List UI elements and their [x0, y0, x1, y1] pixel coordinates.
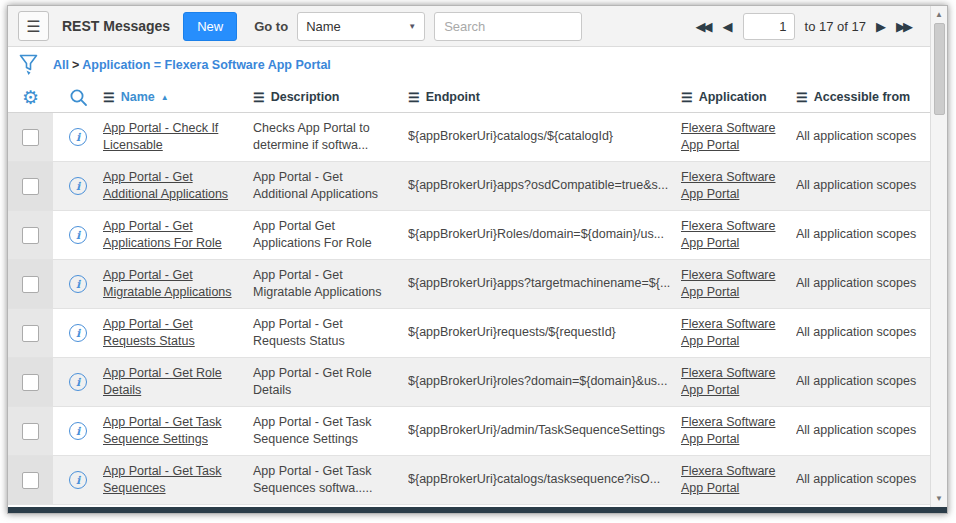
goto-selected-value: Name — [306, 19, 341, 34]
row-checkbox[interactable] — [22, 325, 39, 342]
row-name-cell: App Portal - Get Task Sequences — [103, 463, 253, 498]
row-range-text: to 17 of 17 — [805, 19, 866, 34]
row-info-cell: i — [53, 422, 103, 440]
row-scope: All application scopes — [796, 373, 929, 391]
row-name-link[interactable]: App Portal - Get Task Sequence Settings — [103, 415, 222, 447]
info-icon[interactable]: i — [69, 373, 87, 391]
scrollbar-thumb[interactable] — [934, 23, 945, 115]
row-checkbox[interactable] — [22, 374, 39, 391]
column-menu-icon[interactable]: ☰ — [253, 91, 265, 104]
row-name-link[interactable]: App Portal - Get Migratable Applications — [103, 268, 232, 300]
row-endpoint: ${appBrokerUri}Roles/domain=${domain}/us… — [408, 226, 681, 244]
row-scope: All application scopes — [796, 324, 929, 342]
column-header-application[interactable]: ☰ Application — [681, 90, 796, 104]
list-menu-button[interactable]: ☰ — [18, 11, 49, 41]
table-row[interactable]: i App Portal - Get Task Sequences App Po… — [8, 456, 947, 505]
row-checkbox-cell — [8, 113, 53, 161]
search-input[interactable] — [434, 12, 582, 41]
scroll-up-icon[interactable]: ▲ — [935, 6, 943, 23]
table-row[interactable]: i App Portal - Get Task Sequence Setting… — [8, 407, 947, 456]
info-icon[interactable]: i — [69, 471, 87, 489]
row-application-cell: Flexera Software App Portal — [681, 169, 796, 204]
row-endpoint: ${appBrokerUri}/admin/TaskSequenceSettin… — [408, 422, 681, 440]
row-name-link[interactable]: App Portal - Get Requests Status — [103, 317, 195, 349]
filter-funnel-icon[interactable] — [19, 54, 38, 76]
row-name-cell: App Portal - Get Additional Applications — [103, 169, 253, 204]
row-endpoint: ${appBrokerUri}requests/${requestId} — [408, 324, 681, 342]
row-name-link[interactable]: App Portal - Get Task Sequences — [103, 464, 222, 496]
row-application-link[interactable]: Flexera Software App Portal — [681, 366, 775, 398]
pagination: ◀◀ ◀ to 17 of 17 ▶ ▶▶ — [696, 13, 913, 40]
gear-icon: ⚙ — [22, 88, 39, 107]
row-checkbox[interactable] — [22, 276, 39, 293]
column-menu-icon[interactable]: ☰ — [103, 91, 115, 104]
table-row[interactable]: i App Portal - Get Additional Applicatio… — [8, 162, 947, 211]
list-rows: i App Portal - Check If Licensable Check… — [8, 113, 947, 507]
goto-label: Go to — [254, 19, 288, 34]
info-icon[interactable]: i — [69, 128, 87, 146]
row-application-link[interactable]: Flexera Software App Portal — [681, 317, 775, 349]
row-application-cell: Flexera Software App Portal — [681, 218, 796, 253]
row-application-cell: Flexera Software App Portal — [681, 414, 796, 449]
info-icon[interactable]: i — [69, 422, 87, 440]
column-header-accessible-from[interactable]: ☰ Accessible from — [796, 90, 929, 104]
row-application-cell: Flexera Software App Portal — [681, 316, 796, 351]
last-page-button[interactable]: ▶▶ — [896, 19, 913, 34]
page-number-input[interactable] — [743, 13, 795, 40]
column-menu-icon[interactable]: ☰ — [408, 91, 420, 104]
scroll-down-icon[interactable]: ▼ — [935, 490, 943, 507]
row-description: App Portal - Get Role Details — [253, 365, 408, 400]
info-icon[interactable]: i — [69, 275, 87, 293]
row-scope: All application scopes — [796, 177, 929, 195]
row-application-cell: Flexera Software App Portal — [681, 267, 796, 302]
row-checkbox[interactable] — [22, 227, 39, 244]
new-button[interactable]: New — [183, 12, 237, 41]
column-header-endpoint[interactable]: ☰ Endpoint — [408, 90, 681, 104]
column-menu-icon[interactable]: ☰ — [796, 91, 808, 104]
table-row[interactable]: i App Portal - Get Requests Status App P… — [8, 309, 947, 358]
first-page-button[interactable]: ◀◀ — [696, 19, 713, 34]
table-row[interactable]: i App Portal - Get Migratable Applicatio… — [8, 260, 947, 309]
row-info-cell: i — [53, 471, 103, 489]
row-name-cell: App Portal - Get Requests Status — [103, 316, 253, 351]
list-search-button[interactable] — [53, 88, 103, 107]
row-application-link[interactable]: Flexera Software App Portal — [681, 415, 775, 447]
table-row[interactable]: i App Portal - Check If Licensable Check… — [8, 113, 947, 162]
column-menu-icon[interactable]: ☰ — [681, 91, 693, 104]
goto-field-select[interactable]: Name ▼ — [297, 12, 425, 41]
breadcrumb-condition-link[interactable]: Application = Flexera Software App Porta… — [82, 58, 331, 72]
row-checkbox[interactable] — [22, 178, 39, 195]
info-icon[interactable]: i — [69, 177, 87, 195]
row-info-cell: i — [53, 177, 103, 195]
next-page-button[interactable]: ▶ — [876, 19, 886, 34]
column-header-description[interactable]: ☰ Description — [253, 90, 408, 104]
row-checkbox[interactable] — [22, 129, 39, 146]
row-application-link[interactable]: Flexera Software App Portal — [681, 170, 775, 202]
breadcrumb-all-link[interactable]: All — [53, 58, 69, 72]
table-row[interactable]: i App Portal - Get Applications For Role… — [8, 211, 947, 260]
breadcrumb: All>Application = Flexera Software App P… — [53, 58, 331, 72]
column-header-name[interactable]: ☰ Name ▲ — [103, 90, 253, 104]
row-checkbox[interactable] — [22, 472, 39, 489]
row-scope: All application scopes — [796, 275, 929, 293]
row-application-link[interactable]: Flexera Software App Portal — [681, 268, 775, 300]
info-icon[interactable]: i — [69, 324, 87, 342]
table-row[interactable]: i App Portal - Get Role Details App Port… — [8, 358, 947, 407]
row-application-link[interactable]: Flexera Software App Portal — [681, 464, 775, 496]
row-checkbox-cell — [8, 309, 53, 357]
row-application-link[interactable]: Flexera Software App Portal — [681, 121, 775, 153]
row-name-link[interactable]: App Portal - Get Applications For Role — [103, 219, 222, 251]
info-icon[interactable]: i — [69, 226, 87, 244]
row-name-cell: App Portal - Get Role Details — [103, 365, 253, 400]
row-endpoint: ${appBrokerUri}apps?osdCompatible=true&s… — [408, 177, 681, 195]
row-name-link[interactable]: App Portal - Get Additional Applications — [103, 170, 228, 202]
row-application-link[interactable]: Flexera Software App Portal — [681, 219, 775, 251]
previous-page-button[interactable]: ◀ — [723, 19, 733, 34]
personalize-list-button[interactable]: ⚙ — [8, 88, 53, 107]
row-name-link[interactable]: App Portal - Get Role Details — [103, 366, 222, 398]
row-name-link[interactable]: App Portal - Check If Licensable — [103, 121, 218, 153]
row-info-cell: i — [53, 226, 103, 244]
row-endpoint: ${appBrokerUri}apps?targetmachinename=${… — [408, 275, 681, 293]
row-checkbox[interactable] — [22, 423, 39, 440]
vertical-scrollbar[interactable]: ▲ ▼ — [930, 6, 947, 507]
